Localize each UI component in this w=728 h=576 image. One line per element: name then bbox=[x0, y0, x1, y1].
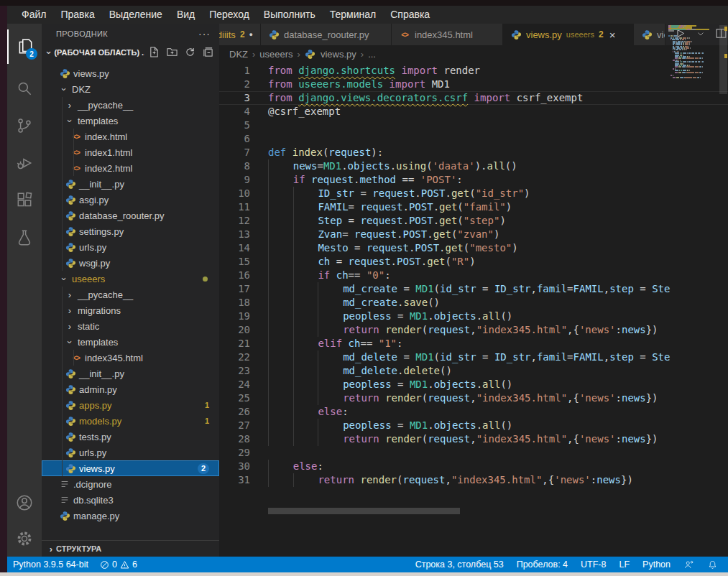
workspace-section-header[interactable]: › (РАБОЧАЯ ОБЛАСТЬ) ... bbox=[42, 44, 219, 61]
code-editor[interactable]: 1from django.shortcuts import render2fro… bbox=[219, 62, 728, 557]
code-line-text: return render(request,"index345.html",{'… bbox=[268, 432, 658, 446]
tree-item-label: db.sqlite3 bbox=[73, 495, 114, 506]
error-count: 0 bbox=[112, 559, 117, 570]
tree-file-index1.html[interactable]: <>index1.html bbox=[42, 144, 219, 160]
source-control-icon[interactable] bbox=[7, 108, 42, 143]
notifications-bell-icon[interactable] bbox=[707, 559, 718, 570]
tree-folder-templates[interactable]: ›templates bbox=[42, 113, 219, 129]
breadcrumb-item-useeers[interactable]: useeers bbox=[259, 49, 292, 60]
status-пробелов-4[interactable]: Пробелов: 4 bbox=[517, 559, 568, 570]
breadcrumb-item-views.py[interactable]: views.py bbox=[321, 49, 356, 60]
tree-file-urls.py[interactable]: urls.py bbox=[42, 445, 219, 460]
minimap[interactable] bbox=[668, 25, 719, 111]
tree-item-label: views.py bbox=[73, 68, 109, 79]
status-python[interactable]: Python bbox=[642, 559, 671, 570]
tree-file-models.py[interactable]: models.py1 bbox=[42, 413, 219, 429]
feedback-icon[interactable] bbox=[683, 559, 694, 570]
accounts-icon[interactable] bbox=[7, 486, 42, 520]
menu-Справка[interactable]: Справка bbox=[383, 6, 437, 24]
tab-views.py[interactable]: views.pyuseeers2× bbox=[503, 24, 634, 45]
tree-folder-__pycache__[interactable]: ›__pycache__ bbox=[42, 97, 219, 113]
line-number: 4 bbox=[219, 105, 250, 119]
status-utf-8[interactable]: UTF-8 bbox=[581, 559, 606, 570]
status-lf[interactable]: LF bbox=[619, 559, 630, 570]
tree-folder-useeers[interactable]: ›useeers bbox=[42, 271, 219, 287]
tree-file-apps.py[interactable]: apps.py1 bbox=[42, 397, 219, 413]
explorer-more-icon[interactable]: ··· bbox=[198, 28, 211, 40]
collapse-folders-icon[interactable] bbox=[203, 47, 213, 59]
tree-file-tests.py[interactable]: tests.py bbox=[42, 429, 219, 445]
outline-section-header[interactable]: › СТРУКТУРА bbox=[42, 540, 219, 557]
tree-indent-guide bbox=[62, 287, 63, 476]
tree-file-wsgi.py[interactable]: wsgi.py bbox=[42, 255, 219, 271]
run-and-debug-icon[interactable] bbox=[7, 146, 42, 180]
close-icon[interactable]: × bbox=[609, 29, 616, 41]
tree-file-index345.html[interactable]: <>index345.html bbox=[42, 350, 219, 366]
tree-file-database_roouter.py[interactable]: database_roouter.py bbox=[42, 208, 219, 223]
settings-gear-icon[interactable] bbox=[7, 521, 42, 556]
status-строка-3-столбец-53[interactable]: Строка 3, столбец 53 bbox=[415, 559, 504, 570]
testing-icon[interactable] bbox=[7, 220, 42, 255]
tab-vie[interactable]: vie bbox=[634, 24, 665, 45]
tree-file-views.py[interactable]: views.py2 bbox=[42, 460, 219, 476]
tab-index345.html[interactable]: <>index345.html bbox=[392, 24, 503, 45]
tree-item-label: __pycache__ bbox=[78, 100, 133, 111]
code-line-20: 20 return render(request,"index345.html"… bbox=[219, 323, 728, 337]
tree-file-index2.html[interactable]: <>index2.html bbox=[42, 160, 219, 176]
line-number: 9 bbox=[219, 173, 250, 187]
tree-folder-DKZ[interactable]: ›DKZ bbox=[42, 81, 219, 97]
tree-file-asgi.py[interactable]: asgi.py bbox=[42, 192, 219, 208]
explorer-icon[interactable]: 2 bbox=[7, 29, 42, 64]
search-icon[interactable] bbox=[7, 71, 42, 106]
new-folder-icon[interactable] bbox=[167, 47, 178, 59]
tree-folder-migrations[interactable]: ›migrations bbox=[42, 302, 219, 318]
tree-folder-static[interactable]: ›static bbox=[42, 318, 219, 334]
tree-file-manage.py[interactable]: manage.py bbox=[42, 508, 219, 524]
file-tree: views.py›DKZ›__pycache__›templates<>inde… bbox=[42, 65, 219, 524]
code-line-text: md_delete = MD1(id_str = ID_str,famil=FA… bbox=[268, 350, 670, 364]
status-bar: Python 3.9.5 64-bit 0 6 Строка 3, столбе… bbox=[7, 557, 728, 572]
problems-status[interactable]: 0 6 bbox=[100, 559, 137, 570]
horizontal-scrollbar-thumb[interactable] bbox=[268, 508, 460, 514]
breadcrumb-item-...[interactable]: ... bbox=[368, 49, 376, 60]
chevron-down-icon: › bbox=[44, 47, 55, 57]
vertical-scrollbar[interactable] bbox=[719, 24, 728, 518]
tree-file-views.py[interactable]: views.py bbox=[42, 65, 219, 81]
tree-file-db.sqlite3[interactable]: db.sqlite3 bbox=[42, 492, 219, 508]
menu-Правка[interactable]: Правка bbox=[53, 6, 101, 24]
menu-Терминал[interactable]: Терминал bbox=[323, 6, 383, 24]
tree-file-urls.py[interactable]: urls.py bbox=[42, 239, 219, 255]
tree-item-label: manage.py bbox=[73, 511, 119, 521]
tab-database_roouter.py[interactable]: database_roouter.py bbox=[261, 24, 392, 45]
tree-file-.dcignore[interactable]: .dcignore bbox=[42, 476, 219, 492]
new-file-icon[interactable] bbox=[149, 47, 160, 59]
tree-file-index.html[interactable]: <>index.html bbox=[42, 129, 219, 144]
line-number: 23 bbox=[219, 364, 250, 378]
code-line-text: def index(request): bbox=[268, 146, 383, 159]
menu-Вид[interactable]: Вид bbox=[170, 6, 202, 24]
tree-folder-__pycache__[interactable]: ›__pycache__ bbox=[42, 287, 219, 302]
python-file-icon bbox=[65, 368, 76, 379]
extensions-icon[interactable] bbox=[7, 183, 42, 218]
tree-folder-templates[interactable]: ›templates bbox=[42, 334, 219, 350]
menu-Переход[interactable]: Переход bbox=[202, 6, 257, 24]
refresh-icon[interactable] bbox=[185, 47, 195, 59]
vertical-scrollbar-thumb[interactable] bbox=[719, 25, 727, 94]
tree-file-__init__.py[interactable]: __init__.py bbox=[42, 366, 219, 381]
tree-file-settings.py[interactable]: settings.py bbox=[42, 223, 219, 239]
menu-Выполнить[interactable]: Выполнить bbox=[257, 6, 323, 24]
code-line-text: from useeers.models import MD1 bbox=[268, 78, 450, 91]
tree-file-admin.py[interactable]: admin.py bbox=[42, 381, 219, 397]
line-number: 30 bbox=[219, 460, 250, 473]
tree-file-__init__.py[interactable]: __init__.py bbox=[42, 176, 219, 192]
python-interpreter-status[interactable]: Python 3.9.5 64-bit bbox=[13, 559, 88, 570]
tab-diiits[interactable]: diiits2● bbox=[219, 24, 261, 45]
code-line-text: md_create.save() bbox=[268, 296, 440, 310]
code-line-31: 31 return render(request,"index345.html"… bbox=[219, 473, 728, 487]
code-line-text: from django.views.decorators.csrf import… bbox=[268, 92, 583, 104]
tree-item-label: urls.py bbox=[79, 447, 106, 458]
menu-Файл[interactable]: Файл bbox=[14, 6, 53, 24]
breadcrumb-item-DKZ[interactable]: DKZ bbox=[229, 49, 248, 60]
menu-Выделение[interactable]: Выделение bbox=[102, 6, 170, 24]
chevron-right-icon: › bbox=[46, 544, 56, 554]
